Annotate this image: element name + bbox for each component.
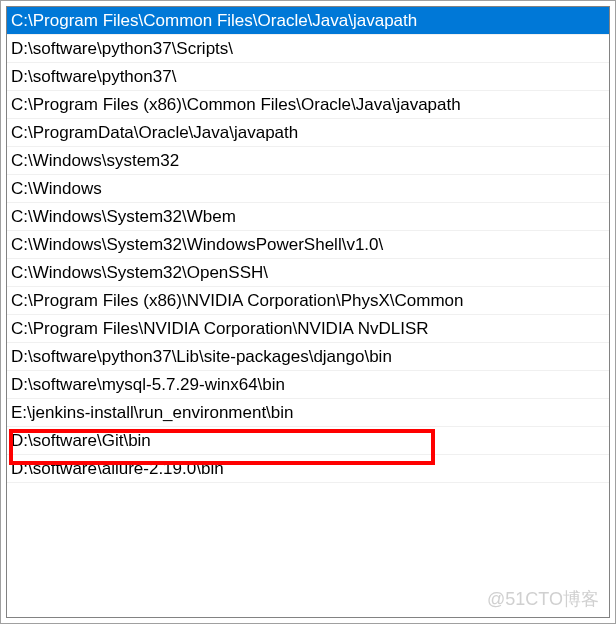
path-text: C:\Windows\system32 bbox=[11, 151, 179, 170]
path-text: C:\ProgramData\Oracle\Java\javapath bbox=[11, 123, 298, 142]
path-text: C:\Program Files\NVIDIA Corporation\NVID… bbox=[11, 319, 429, 338]
path-text: D:\software\allure-2.19.0\bin bbox=[11, 459, 224, 478]
path-text: D:\software\mysql-5.7.29-winx64\bin bbox=[11, 375, 285, 394]
list-item[interactable]: C:\Program Files\Common Files\Oracle\Jav… bbox=[7, 7, 609, 35]
path-text: C:\Program Files (x86)\NVIDIA Corporatio… bbox=[11, 291, 464, 310]
path-text: C:\Windows\System32\OpenSSH\ bbox=[11, 263, 268, 282]
path-text: C:\Windows bbox=[11, 179, 102, 198]
list-item[interactable]: C:\Windows\System32\OpenSSH\ bbox=[7, 259, 609, 287]
list-item[interactable]: D:\software\python37\ bbox=[7, 63, 609, 91]
list-item[interactable]: D:\software\mysql-5.7.29-winx64\bin bbox=[7, 371, 609, 399]
list-item[interactable]: D:\software\allure-2.19.0\bin bbox=[7, 455, 609, 483]
path-text: D:\software\Git\bin bbox=[11, 431, 151, 450]
list-item[interactable]: C:\Program Files (x86)\NVIDIA Corporatio… bbox=[7, 287, 609, 315]
path-text: C:\Program Files (x86)\Common Files\Orac… bbox=[11, 95, 461, 114]
list-item[interactable]: D:\software\Git\bin bbox=[7, 427, 609, 455]
list-item[interactable]: C:\Windows\system32 bbox=[7, 147, 609, 175]
path-text: C:\Windows\System32\Wbem bbox=[11, 207, 236, 226]
list-item[interactable]: C:\Windows bbox=[7, 175, 609, 203]
path-text: E:\jenkins-install\run_environment\bin bbox=[11, 403, 294, 422]
list-item[interactable]: E:\jenkins-install\run_environment\bin bbox=[7, 399, 609, 427]
list-item[interactable]: C:\Windows\System32\Wbem bbox=[7, 203, 609, 231]
list-item[interactable]: D:\software\python37\Scripts\ bbox=[7, 35, 609, 63]
path-text: D:\software\python37\ bbox=[11, 67, 176, 86]
watermark-text: @51CTO博客 bbox=[487, 587, 599, 611]
path-text: C:\Windows\System32\WindowsPowerShell\v1… bbox=[11, 235, 383, 254]
list-item[interactable]: C:\Program Files\NVIDIA Corporation\NVID… bbox=[7, 315, 609, 343]
list-item[interactable]: C:\Windows\System32\WindowsPowerShell\v1… bbox=[7, 231, 609, 259]
list-item[interactable]: D:\software\python37\Lib\site-packages\d… bbox=[7, 343, 609, 371]
path-text: D:\software\python37\Lib\site-packages\d… bbox=[11, 347, 392, 366]
path-text: D:\software\python37\Scripts\ bbox=[11, 39, 233, 58]
path-listbox[interactable]: C:\Program Files\Common Files\Oracle\Jav… bbox=[6, 6, 610, 618]
path-text: C:\Program Files\Common Files\Oracle\Jav… bbox=[11, 11, 417, 30]
list-item[interactable]: C:\Program Files (x86)\Common Files\Orac… bbox=[7, 91, 609, 119]
list-item[interactable]: C:\ProgramData\Oracle\Java\javapath bbox=[7, 119, 609, 147]
